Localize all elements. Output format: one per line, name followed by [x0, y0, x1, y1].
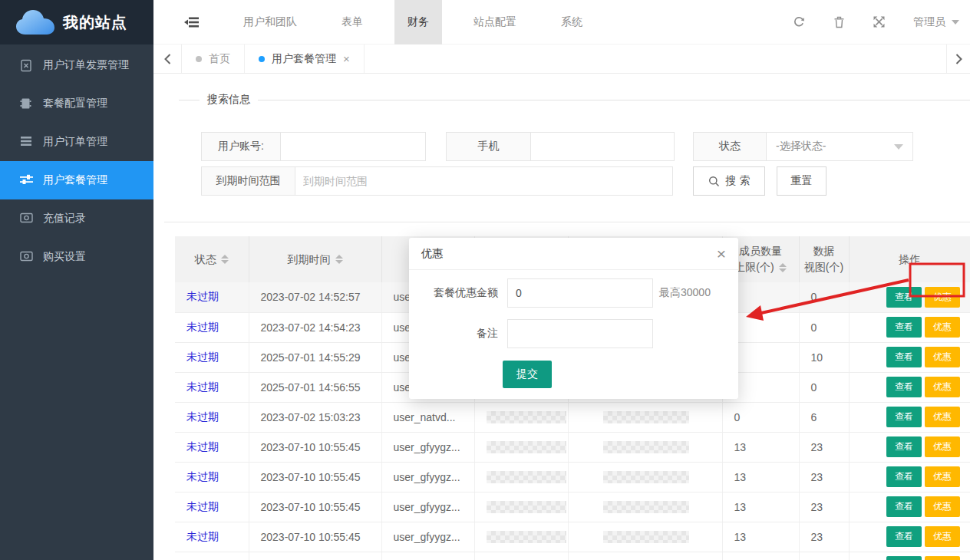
sort-icon[interactable] — [221, 255, 229, 264]
purchase-settings-icon — [20, 251, 33, 264]
fullscreen-icon[interactable] — [873, 16, 885, 28]
actions-cell: 查看优惠 — [849, 342, 970, 372]
view-button[interactable]: 查看 — [886, 526, 922, 547]
expire-range-label: 到期时间范围 — [201, 166, 295, 196]
submit-button[interactable]: 提交 — [503, 361, 552, 388]
phone-cell — [474, 552, 568, 560]
topbar-nav: 用户和团队表单财务站点配置系统 — [221, 0, 605, 44]
view-button[interactable]: 查看 — [886, 436, 922, 457]
view-button[interactable]: 查看 — [886, 466, 922, 487]
status-badge[interactable]: 未过期 — [186, 380, 219, 393]
account-input[interactable] — [280, 132, 426, 161]
order-list-icon — [20, 136, 33, 149]
discount-button[interactable]: 优惠 — [925, 496, 960, 517]
tabs-scroll-right-icon[interactable] — [946, 44, 970, 73]
sidebar-item-label: 套餐配置管理 — [43, 97, 107, 110]
sidebar-item[interactable]: 用户订单发票管理 — [0, 46, 153, 84]
status-label: 状态 — [693, 132, 766, 161]
column-header[interactable]: 状态 — [175, 236, 249, 282]
sidebar-item[interactable]: 套餐配置管理 — [0, 84, 153, 123]
sidebar-menu: 用户订单发票管理套餐配置管理用户订单管理用户套餐管理充值记录购买设置 — [0, 44, 153, 276]
expire-time-cell: 2023-07-10 10:55:45 — [249, 432, 381, 462]
discount-button[interactable]: 优惠 — [925, 407, 960, 427]
tabs-scroll-left-icon[interactable] — [153, 44, 182, 73]
status-badge[interactable]: 未过期 — [186, 290, 219, 302]
search-button-label: 搜 索 — [726, 174, 751, 188]
view-button[interactable]: 查看 — [886, 317, 922, 338]
nav-item[interactable]: 表单 — [328, 0, 376, 44]
status-badge[interactable]: 未过期 — [186, 351, 219, 363]
phone-cell — [474, 492, 568, 522]
discount-button[interactable]: 优惠 — [925, 317, 960, 338]
status-badge[interactable]: 未过期 — [186, 530, 219, 542]
sidebar-item[interactable]: 充值记录 — [0, 199, 153, 238]
sort-icon[interactable] — [779, 263, 787, 272]
blurred-username — [603, 531, 689, 543]
data-view-cell: 6 — [799, 402, 849, 432]
blurred-username — [603, 471, 689, 483]
modal-close-icon[interactable]: × — [717, 245, 726, 262]
view-button[interactable]: 查看 — [886, 287, 922, 308]
remark-label: 备注 — [409, 327, 507, 341]
sidebar-item[interactable]: 用户订单管理 — [0, 123, 153, 161]
discount-button[interactable]: 优惠 — [925, 466, 960, 487]
status-select[interactable]: -选择状态- — [766, 132, 913, 161]
discount-button[interactable]: 优惠 — [925, 556, 960, 560]
actions-cell: 查看优惠 — [849, 462, 970, 492]
nav-item[interactable]: 用户和团队 — [230, 0, 310, 44]
sort-icon[interactable] — [335, 255, 343, 264]
tab[interactable]: 用户套餐管理× — [245, 44, 365, 73]
view-button[interactable]: 查看 — [886, 496, 922, 517]
logo: 我的站点 — [0, 0, 153, 44]
phone-label: 手机 — [446, 132, 530, 161]
discount-button[interactable]: 优惠 — [925, 377, 960, 397]
discount-button[interactable]: 优惠 — [925, 526, 960, 547]
view-button[interactable]: 查看 — [886, 556, 922, 560]
discount-button[interactable]: 优惠 — [925, 347, 960, 367]
search-icon — [708, 176, 720, 187]
blurred-phone — [487, 411, 566, 423]
refresh-icon[interactable] — [793, 16, 805, 28]
phone-input[interactable] — [530, 132, 675, 161]
trash-icon[interactable] — [833, 16, 845, 28]
topbar: 用户和团队表单财务站点配置系统 — [153, 0, 970, 44]
reset-button[interactable]: 重置 — [777, 166, 826, 196]
remark-input[interactable] — [507, 319, 653, 348]
view-button[interactable]: 查看 — [886, 377, 922, 397]
discount-button[interactable]: 优惠 — [925, 436, 960, 457]
discount-button[interactable]: 优惠 — [925, 287, 960, 308]
discount-amount-input[interactable] — [507, 278, 653, 308]
expire-time-cell: 2023-07-02 15:03:23 — [249, 402, 381, 432]
nav-item[interactable]: 站点配置 — [460, 0, 530, 44]
user-package-sliders-icon — [20, 174, 33, 187]
expire-range-input[interactable] — [295, 166, 673, 196]
status-badge[interactable]: 未过期 — [186, 410, 219, 423]
nav-item[interactable]: 系统 — [548, 0, 596, 44]
status-badge[interactable]: 未过期 — [186, 470, 219, 483]
status-badge[interactable]: 未过期 — [186, 500, 219, 512]
tab-close-icon[interactable]: × — [343, 53, 350, 64]
view-button[interactable]: 查看 — [886, 347, 922, 367]
sidebar-item-label: 购买设置 — [43, 250, 86, 264]
expire-time-cell: 2023-07-10 10:55:45 — [249, 552, 381, 560]
cloud-logo-icon — [15, 9, 55, 35]
search-button[interactable]: 搜 索 — [693, 166, 765, 196]
collapse-sidebar-icon[interactable] — [184, 15, 200, 29]
tab[interactable]: 首页 — [182, 44, 245, 73]
actions-cell: 查看优惠 — [849, 492, 970, 522]
member-limit-cell: 13 — [722, 462, 799, 492]
sidebar-item[interactable]: 用户套餐管理 — [0, 161, 153, 199]
sidebar-item[interactable]: 购买设置 — [0, 238, 153, 276]
status-badge[interactable]: 未过期 — [186, 321, 219, 333]
admin-menu[interactable]: 管理员 — [913, 15, 959, 29]
expire-time-cell: 2025-07-01 14:56:55 — [249, 372, 381, 402]
discount-modal: 优惠 × 套餐优惠金额 最高30000 备注 提交 — [409, 238, 738, 399]
column-header[interactable]: 到期时间 — [249, 236, 381, 282]
status-badge[interactable]: 未过期 — [186, 440, 219, 453]
expire-time-cell: 2023-07-10 10:55:45 — [249, 522, 381, 552]
tabs: 首页用户套餐管理× — [182, 44, 365, 73]
actions-cell: 查看优惠 — [849, 402, 970, 432]
phone-cell — [474, 432, 568, 462]
view-button[interactable]: 查看 — [886, 407, 922, 427]
nav-item[interactable]: 财务 — [394, 0, 442, 44]
